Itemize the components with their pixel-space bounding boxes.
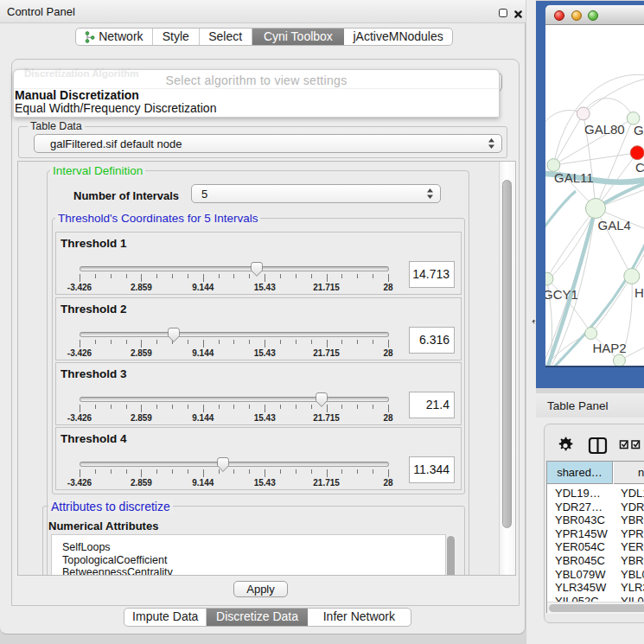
svg-text:H: H: [634, 285, 644, 300]
svg-text:C: C: [635, 160, 644, 175]
svg-text:GAL11: GAL11: [554, 170, 594, 185]
svg-text:HAP2: HAP2: [593, 341, 627, 355]
svg-text:GAL4: GAL4: [598, 218, 631, 233]
svg-text:GA: GA: [634, 123, 644, 137]
svg-text:GAL80: GAL80: [584, 122, 625, 137]
svg-text:GCY1: GCY1: [545, 287, 578, 302]
